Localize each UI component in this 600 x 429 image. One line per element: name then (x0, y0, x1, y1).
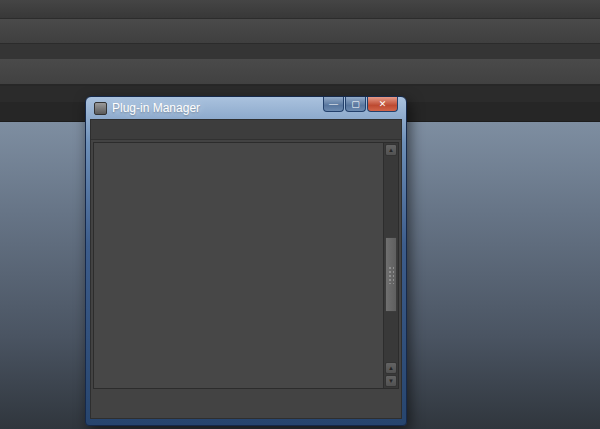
plugin-manager-body: ▲ ▲ ▼ (90, 119, 402, 419)
main-menubar (0, 0, 600, 19)
shelf-tabs (0, 44, 600, 59)
polygons-shelf (0, 59, 600, 86)
plugin-manager-menubar (91, 120, 401, 140)
maya-application-window: Plug-in Manager — ▢ ✕ ▲ ▲ ▼ (0, 0, 600, 429)
plugin-manager-window: Plug-in Manager — ▢ ✕ ▲ ▲ ▼ (85, 96, 407, 426)
plugin-list: ▲ ▲ ▼ (93, 142, 399, 389)
window-title: Plug-in Manager (112, 101, 200, 115)
scroll-up2-icon[interactable]: ▲ (385, 362, 397, 374)
scroll-down-icon[interactable]: ▼ (385, 375, 397, 387)
scrollbar-thumb[interactable] (385, 237, 397, 312)
close-window-button[interactable]: ✕ (367, 97, 398, 112)
scroll-up-icon[interactable]: ▲ (385, 144, 397, 156)
status-line (0, 19, 600, 44)
plugin-manager-titlebar[interactable]: Plug-in Manager — ▢ ✕ (90, 97, 402, 119)
maximize-button[interactable]: ▢ (345, 97, 366, 112)
minimize-button[interactable]: — (323, 97, 344, 112)
plugin-manager-footer (91, 391, 401, 418)
window-icon (94, 102, 107, 115)
plugin-list-scrollbar[interactable]: ▲ ▲ ▼ (383, 143, 398, 388)
